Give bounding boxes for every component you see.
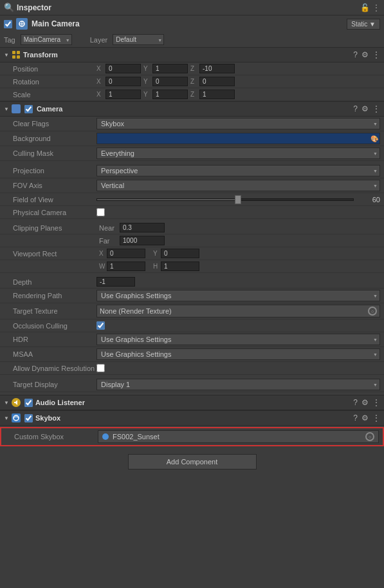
position-z-label: Z (190, 65, 197, 72)
transform-settings-btn[interactable]: ⚙ (361, 50, 369, 59)
depth-label: Depth (13, 278, 96, 286)
target-texture-row: Target Texture None (Render Texture) ○ (0, 303, 384, 319)
audio-menu-btn[interactable]: ⋮ (372, 398, 380, 407)
vp-x-input[interactable] (107, 249, 145, 258)
audio-listener-enabled-checkbox[interactable] (24, 399, 33, 407)
vp-x-key: X (99, 250, 105, 257)
rotation-x-input[interactable] (105, 77, 141, 86)
audio-collapse-arrow[interactable]: ▼ (4, 400, 9, 406)
transform-title: Transform (23, 51, 351, 59)
layer-select[interactable]: Default (113, 34, 164, 45)
clipping-planes-label: Clipping Planes (13, 224, 96, 232)
svg-rect-5 (12, 55, 15, 59)
skybox-settings-btn[interactable]: ⚙ (361, 413, 369, 422)
scale-xyz: X Y Z (96, 90, 380, 99)
far-input[interactable] (120, 236, 165, 245)
scale-y-input[interactable] (152, 90, 188, 99)
rotation-xyz: X Y Z (96, 77, 380, 86)
culling-mask-row: Culling Mask Everything (0, 146, 384, 161)
msaa-label: MSAA (13, 350, 96, 358)
camera-settings-btn[interactable]: ⚙ (361, 104, 369, 113)
rotation-y-label: Y (143, 78, 150, 85)
skybox-enabled-checkbox[interactable] (24, 414, 33, 422)
fov-axis-label: FOV Axis (13, 182, 96, 189)
position-x-input[interactable] (105, 64, 141, 73)
target-texture-picker-icon[interactable]: ○ (368, 307, 377, 316)
transform-help-btn[interactable]: ? (353, 50, 358, 59)
add-component-button[interactable]: Add Component (128, 454, 257, 469)
skybox-help-btn[interactable]: ? (353, 413, 358, 422)
projection-select-wrapper: Perspective (96, 165, 380, 176)
audio-settings-btn[interactable]: ⚙ (361, 398, 369, 407)
scale-z-input[interactable] (199, 90, 235, 99)
static-button[interactable]: Static ▼ (347, 19, 380, 30)
svg-point-7 (14, 415, 19, 421)
culling-mask-select[interactable]: Everything (96, 147, 380, 159)
rendering-path-select[interactable]: Use Graphics Settings (96, 290, 380, 301)
custom-skybox-field[interactable]: FS002_Sunset ○ (98, 430, 379, 443)
fov-axis-select-wrapper: Vertical (96, 180, 380, 191)
rotation-y-input[interactable] (152, 77, 188, 86)
target-texture-field[interactable]: None (Render Texture) ○ (96, 305, 380, 318)
camera-menu-btn[interactable]: ⋮ (372, 104, 380, 113)
fov-axis-select[interactable]: Vertical (96, 180, 380, 191)
vp-y-input[interactable] (161, 249, 199, 258)
skybox-dot-icon (102, 433, 109, 440)
fov-slider-track[interactable] (96, 198, 354, 201)
background-color-field[interactable]: 🎨 (96, 133, 380, 144)
camera-enabled-checkbox[interactable] (24, 105, 33, 113)
clear-flags-select[interactable]: Skybox (96, 118, 380, 129)
skybox-collapse-arrow[interactable]: ▼ (4, 415, 9, 421)
custom-skybox-row: Custom Skybox FS002_Sunset ○ (0, 427, 384, 446)
audio-help-btn[interactable]: ? (353, 398, 358, 407)
scale-x-input[interactable] (105, 90, 141, 99)
transform-menu-btn[interactable]: ⋮ (372, 50, 380, 59)
rendering-path-label: Rendering Path (13, 292, 96, 299)
allow-dynamic-checkbox[interactable] (96, 364, 105, 372)
object-active-checkbox[interactable] (4, 20, 12, 28)
scale-x-label: X (96, 91, 103, 98)
menu-icon[interactable]: ⋮ (372, 3, 380, 12)
position-xyz: X Y Z (96, 64, 380, 73)
target-texture-label: Target Texture (13, 307, 96, 315)
physical-camera-checkbox[interactable] (96, 208, 105, 216)
vp-h-input[interactable] (161, 261, 199, 271)
transform-collapse-arrow[interactable]: ▼ (4, 52, 9, 58)
target-texture-value-text: None (Render Texture) (100, 307, 172, 315)
skybox-picker-icon[interactable]: ○ (365, 432, 374, 441)
viewport-wh-row: W H (0, 260, 384, 273)
skybox-icon (12, 413, 21, 422)
rotation-z-input[interactable] (199, 77, 235, 86)
position-z-input[interactable] (199, 64, 235, 73)
projection-select[interactable]: Perspective (96, 165, 380, 176)
target-display-label: Target Display (13, 381, 96, 388)
position-y-input[interactable] (152, 64, 188, 73)
fov-slider-thumb[interactable] (235, 195, 241, 204)
background-row: Background 🎨 (0, 131, 384, 146)
lock-icon[interactable]: 🔓 (360, 3, 370, 12)
camera-collapse-arrow[interactable]: ▼ (4, 106, 9, 112)
occlusion-culling-checkbox[interactable] (96, 321, 105, 330)
object-header: Main Camera Static ▼ (0, 15, 384, 32)
camera-help-btn[interactable]: ? (353, 104, 358, 113)
color-picker-icon[interactable]: 🎨 (370, 135, 378, 142)
skybox-menu-btn[interactable]: ⋮ (372, 413, 380, 422)
depth-input[interactable] (96, 277, 135, 287)
audio-actions: ? ⚙ ⋮ (353, 398, 380, 407)
tag-select-wrapper: MainCamera (21, 34, 72, 45)
tag-select[interactable]: MainCamera (21, 34, 72, 45)
depth-value (96, 277, 380, 287)
fov-value: 60 (358, 196, 380, 204)
allow-dynamic-row: Allow Dynamic Resolution (0, 362, 384, 375)
vp-w-input[interactable] (107, 261, 145, 271)
msaa-select[interactable]: Use Graphics Settings (96, 348, 380, 360)
physical-camera-label: Physical Camera (13, 209, 96, 216)
near-input[interactable] (120, 223, 165, 232)
rendering-path-select-wrapper: Use Graphics Settings (96, 290, 380, 301)
hdr-select[interactable]: Use Graphics Settings (96, 334, 380, 345)
target-display-select[interactable]: Display 1 (96, 379, 380, 390)
position-label: Position (13, 65, 96, 73)
vp-h-field: H (153, 261, 199, 271)
audio-icon (12, 398, 21, 407)
skybox-title: Skybox (35, 414, 351, 422)
